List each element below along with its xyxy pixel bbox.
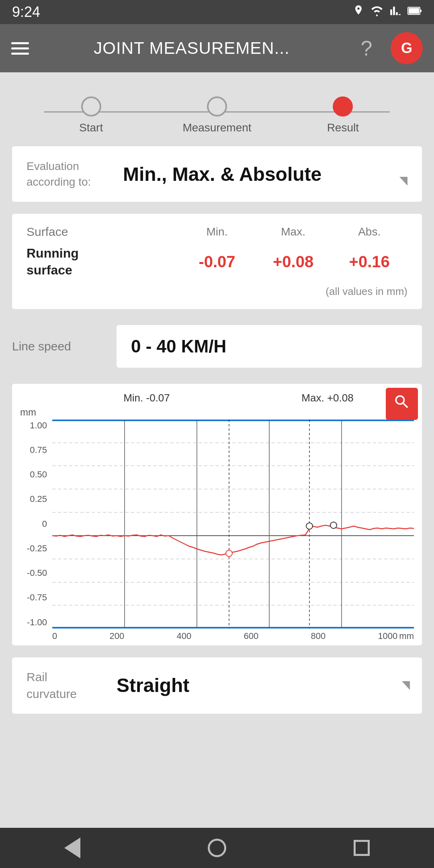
surface-data-row: Runningsurface -0.07 +0.08 +0.16 xyxy=(27,245,407,278)
avatar-button[interactable]: G xyxy=(391,32,423,64)
xlabel-200: 200 xyxy=(110,631,125,641)
step-label-measurement: Measurement xyxy=(182,121,251,134)
chart-y-unit-label: mm xyxy=(16,407,418,418)
step-result: Result xyxy=(280,96,406,134)
surface-abs-header: Abs. xyxy=(331,225,407,238)
surface-card: Surface Min. Max. Abs. Runningsurface -0… xyxy=(12,214,422,309)
rail-curvature-value: Straight xyxy=(117,674,402,696)
evaluation-label: Evaluationaccording to: xyxy=(27,158,115,190)
signal-icon xyxy=(390,5,401,19)
ylabel-2: 0.75 xyxy=(16,445,47,455)
surface-note: (all values in mm) xyxy=(27,285,407,298)
svg-rect-1 xyxy=(409,8,419,14)
chart-zoom-button[interactable] xyxy=(386,388,418,420)
ylabel-7: -0.50 xyxy=(16,568,47,578)
chart-x-unit: mm xyxy=(399,631,414,641)
evaluation-card[interactable]: Evaluationaccording to: Min., Max. & Abs… xyxy=(12,146,422,202)
status-icons xyxy=(353,4,422,20)
rail-curvature-row: Railcurvature Straight xyxy=(12,657,422,714)
stepper: Start Measurement Result xyxy=(12,88,422,134)
rail-curvature-label: Railcurvature xyxy=(12,669,117,702)
xlabel-0: 0 xyxy=(52,631,57,641)
status-bar: 9:24 xyxy=(0,0,434,24)
svg-rect-2 xyxy=(420,10,422,12)
linespeed-label: Line speed xyxy=(12,340,108,353)
wifi-icon xyxy=(371,5,383,19)
back-button[interactable] xyxy=(56,832,88,864)
recents-icon xyxy=(354,840,370,856)
evaluation-value: Min., Max. & Absolute xyxy=(115,163,395,185)
chart-y-axis: 1.00 0.75 0.50 0.25 0 -0.25 -0.50 -0.75 … xyxy=(16,420,50,628)
ylabel-9: -1.00 xyxy=(16,617,47,628)
step-label-result: Result xyxy=(327,121,359,134)
step-measurement: Measurement xyxy=(154,96,280,134)
ylabel-1: 1.00 xyxy=(16,420,47,431)
search-icon xyxy=(393,393,411,414)
step-circle-measurement xyxy=(207,96,227,117)
rail-curvature-card[interactable]: Railcurvature Straight xyxy=(12,657,422,714)
help-button[interactable]: ? xyxy=(354,36,379,60)
linespeed-row: Line speed 0 - 40 KM/H xyxy=(12,321,422,372)
ylabel-3: 0.50 xyxy=(16,469,47,480)
xlabel-600: 600 xyxy=(244,631,258,641)
recents-button[interactable] xyxy=(346,832,378,864)
surface-abs-val: +0.16 xyxy=(331,253,407,271)
svg-point-21 xyxy=(306,523,313,529)
step-circle-start xyxy=(81,96,101,117)
ylabel-8: -0.75 xyxy=(16,592,47,603)
rail-curvature-dropdown-arrow xyxy=(402,681,410,690)
evaluation-dropdown-arrow xyxy=(399,177,407,186)
step-circle-result xyxy=(333,96,353,117)
surface-col-header: Surface xyxy=(27,225,179,239)
surface-min-header: Min. xyxy=(179,225,255,238)
xlabel-800: 800 xyxy=(311,631,326,641)
xlabel-1000: 1000 mm xyxy=(378,631,414,641)
toolbar: JOINT MEASUREMEN... ? G xyxy=(0,24,434,72)
surface-max-header: Max. xyxy=(255,225,332,238)
linespeed-card[interactable]: 0 - 40 KM/H xyxy=(117,325,422,368)
surface-min-val: -0.07 xyxy=(179,253,255,271)
chart-svg xyxy=(52,420,414,628)
chart-x-axis: 0 200 400 600 800 1000 mm xyxy=(16,631,418,641)
home-button[interactable] xyxy=(201,832,233,864)
ylabel-6: -0.25 xyxy=(16,543,47,554)
toolbar-title: JOINT MEASUREMEN... xyxy=(41,39,342,58)
home-icon xyxy=(208,839,226,857)
svg-point-20 xyxy=(226,550,232,557)
chart-body: 1.00 0.75 0.50 0.25 0 -0.25 -0.50 -0.75 … xyxy=(52,420,414,628)
xlabel-400: 400 xyxy=(176,631,191,641)
surface-row-name: Runningsurface xyxy=(27,245,179,278)
step-start: Start xyxy=(28,96,154,134)
surface-header-row: Surface Min. Max. Abs. xyxy=(27,225,407,239)
svg-point-22 xyxy=(330,522,337,528)
content-area: Start Measurement Result Evaluationaccor… xyxy=(0,72,434,828)
linespeed-value: 0 - 40 KM/H xyxy=(131,336,226,356)
ylabel-5: 0 xyxy=(16,519,47,529)
location-icon xyxy=(353,4,364,20)
surface-max-val: +0.08 xyxy=(255,253,332,271)
back-icon xyxy=(64,837,80,858)
ylabel-4: 0.25 xyxy=(16,494,47,504)
menu-button[interactable] xyxy=(11,42,29,55)
bottom-nav xyxy=(0,828,434,868)
battery-icon xyxy=(407,6,422,18)
chart-container: Min. -0.07 Max. +0.08 mm 1.00 0.75 0.50 … xyxy=(12,384,422,645)
status-time: 9:24 xyxy=(12,4,40,20)
chart-min-label: Min. -0.07 xyxy=(56,392,237,404)
svg-rect-3 xyxy=(52,420,414,628)
step-label-start: Start xyxy=(79,121,103,134)
